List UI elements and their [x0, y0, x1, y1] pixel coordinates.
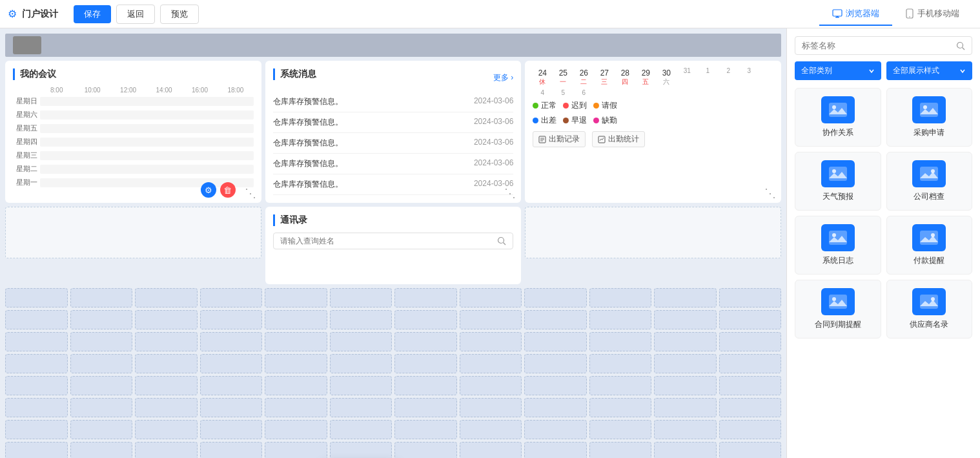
- messages-list: 仓库库存预警信息。 2024-03-06 仓库库存预警信息。 2024-03-0…: [273, 92, 514, 195]
- app-item-syslog[interactable]: 系统日志: [795, 216, 881, 275]
- cal-day[interactable]: 24 休: [533, 67, 552, 88]
- msg-row: 仓库库存预警信息。 2024-03-06: [273, 174, 514, 195]
- svg-rect-20: [829, 167, 847, 181]
- canvas-area[interactable]: 我的会议 8:00 10:00 12:00 14:00 16:00 18:00 …: [0, 28, 786, 458]
- cal-day[interactable]: 27 三: [595, 67, 614, 88]
- resize-handle-att[interactable]: ⋱: [764, 187, 776, 199]
- svg-rect-30: [920, 295, 938, 309]
- cal-day[interactable]: 26 二: [574, 67, 593, 88]
- app-item-supplier[interactable]: 供应商名录: [886, 280, 973, 338]
- msg-row: 仓库库存预警信息。 2024-03-06: [273, 154, 514, 174]
- svg-point-25: [832, 233, 836, 237]
- svg-point-29: [832, 297, 836, 301]
- sys-msg-header: 系统消息 更多 ›: [273, 68, 514, 87]
- attendance-widget: 24 休 25 一 26 二 27 三: [525, 61, 781, 203]
- empty-cell-1: [5, 207, 261, 258]
- avatar: [13, 36, 41, 54]
- tab-browser[interactable]: 浏览器端: [819, 3, 892, 26]
- contacts-title: 通讯录: [273, 214, 514, 226]
- meeting-days: 星期日 星期六 星期五 星期四: [13, 96, 254, 187]
- app-item-payment[interactable]: 付款提醒: [886, 216, 973, 275]
- app-item-contract[interactable]: 合同到期提醒: [795, 280, 881, 338]
- cal-day[interactable]: 25 一: [553, 67, 573, 88]
- svg-point-17: [832, 105, 836, 109]
- svg-rect-22: [920, 167, 938, 181]
- page-title: 门户设计: [22, 8, 58, 20]
- app-icon: [912, 96, 946, 123]
- preview-button[interactable]: 预览: [160, 5, 199, 24]
- dot-grid-row: [5, 420, 781, 439]
- widget-actions: ⚙ 🗑: [201, 182, 236, 198]
- empty-cell-2: [525, 207, 781, 258]
- svg-rect-28: [829, 295, 847, 309]
- category-filter-button[interactable]: 全部类别: [795, 61, 881, 80]
- avatar-bar: [5, 34, 781, 57]
- app-item-purchase[interactable]: 采购申请: [886, 88, 973, 147]
- contacts-search-input[interactable]: [280, 236, 494, 245]
- day-row: 星期日: [13, 96, 254, 106]
- top-bar: ⚙ 门户设计 保存 返回 预览 浏览器端 手机移动端: [0, 0, 980, 28]
- app-icon: [821, 288, 855, 315]
- widget-delete-button[interactable]: 🗑: [220, 182, 236, 198]
- attendance-legend-2: 出差 早退 缺勤: [533, 115, 773, 126]
- dot-grid-row: [5, 442, 781, 458]
- day-row: 星期五: [13, 123, 254, 133]
- meeting-title: 我的会议: [13, 68, 254, 80]
- calendar-nav: 24 休 25 一 26 二 27 三: [533, 67, 773, 96]
- day-row: 星期六: [13, 110, 254, 120]
- sidebar-search-input[interactable]: [802, 41, 952, 50]
- svg-rect-16: [829, 103, 847, 117]
- time-labels: 8:00 10:00 12:00 14:00 16:00 18:00: [13, 87, 254, 94]
- gear-icon: ⚙: [8, 8, 17, 20]
- resize-handle[interactable]: ⋱: [245, 187, 256, 199]
- chevron-down-icon: [868, 68, 875, 74]
- msg-row: 仓库库存预警信息。 2024-03-06: [273, 133, 514, 154]
- app-grid: 协作关系 采购申请 天气预报 公司档查: [795, 88, 972, 338]
- right-sidebar: 全部类别 全部展示样式 协作关系 采购申请: [786, 28, 980, 458]
- app-item-company[interactable]: 公司档查: [886, 152, 973, 211]
- dot-grid-row: [5, 332, 781, 351]
- app-item-weather[interactable]: 天气预报: [795, 152, 881, 211]
- dot-grid-row: [5, 288, 781, 307]
- filter-row: 全部类别 全部展示样式: [795, 61, 972, 80]
- svg-point-14: [957, 42, 963, 48]
- dot-grid-row: [5, 376, 781, 395]
- sidebar-search: [795, 36, 972, 55]
- style-filter-button[interactable]: 全部展示样式: [886, 61, 973, 80]
- msg-row: 仓库库存预警信息。 2024-03-06: [273, 112, 514, 133]
- tab-mobile[interactable]: 手机移动端: [892, 3, 972, 26]
- app-item-cooperation[interactable]: 协作关系: [795, 88, 881, 147]
- day-row: 星期三: [13, 151, 254, 160]
- svg-rect-2: [837, 16, 839, 17]
- svg-point-10: [498, 238, 504, 244]
- widget-settings-button[interactable]: ⚙: [201, 182, 216, 198]
- dot-grid-row: [5, 354, 781, 373]
- app-icon: [912, 160, 946, 187]
- search-icon: [956, 41, 965, 50]
- attendance-record-button[interactable]: 出勤记录: [533, 131, 586, 147]
- svg-point-21: [832, 169, 836, 173]
- attendance-stats-button[interactable]: 出勤统计: [592, 131, 645, 147]
- sys-msg-title: 系统消息: [273, 68, 316, 80]
- cal-day[interactable]: 29 五: [636, 67, 655, 88]
- back-button[interactable]: 返回: [116, 5, 155, 24]
- svg-rect-26: [920, 231, 938, 245]
- save-button[interactable]: 保存: [74, 5, 111, 23]
- more-link[interactable]: 更多 ›: [493, 72, 513, 83]
- svg-point-19: [923, 105, 927, 109]
- resize-handle-msg[interactable]: ⋱: [504, 187, 516, 199]
- main-layout: 我的会议 8:00 10:00 12:00 14:00 16:00 18:00 …: [0, 28, 980, 458]
- cal-day[interactable]: 30 六: [657, 67, 676, 88]
- second-widget-row: 通讯录: [5, 207, 781, 284]
- system-messages-widget: 系统消息 更多 › 仓库库存预警信息。 2024-03-06 仓库库存预警信息。…: [265, 61, 522, 203]
- view-tabs: 浏览器端 手机移动端: [819, 3, 972, 26]
- chevron-down-icon: [959, 68, 966, 74]
- svg-rect-0: [833, 10, 842, 16]
- day-row: 星期四: [13, 137, 254, 147]
- msg-row: 仓库库存预警信息。 2024-03-06: [273, 92, 514, 112]
- dot-grid-row: [5, 398, 781, 417]
- app-icon: [912, 224, 946, 251]
- top-widget-row: 我的会议 8:00 10:00 12:00 14:00 16:00 18:00 …: [5, 61, 781, 203]
- attendance-actions: 出勤记录 出勤统计: [533, 131, 773, 147]
- cal-day[interactable]: 28 四: [615, 67, 635, 88]
